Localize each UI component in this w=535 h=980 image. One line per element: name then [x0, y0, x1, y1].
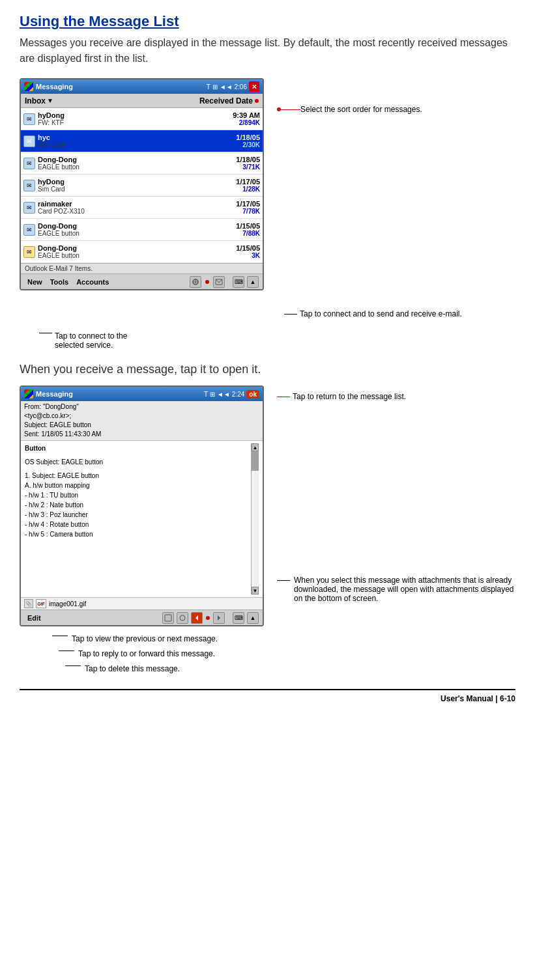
msg-subject-text: Card POZ-X310 — [38, 208, 85, 215]
page-footer: User's Manual | 6-10 — [20, 689, 515, 703]
volume-icon: ◄◄ — [220, 83, 233, 91]
device1-time: 2:06 — [235, 83, 247, 91]
email-body-line: - h/w 1 : TU button — [25, 490, 251, 500]
email-body-line: Button — [25, 443, 251, 453]
table-row[interactable]: ✉ rainmaker 1/17/05 Card POZ-X310 7/78K — [21, 197, 263, 219]
msg-icon: ✉ — [23, 246, 35, 258]
nav-right-icon[interactable] — [213, 612, 225, 624]
email-body-line: - h/w 3 : Poz launcher — [25, 510, 251, 520]
msg-sender-name: Dong-Dong — [38, 244, 77, 252]
msg-icon: ✉ — [23, 180, 35, 191]
scroll-up-button[interactable]: ▲ — [252, 443, 259, 451]
msg-size: 3/71K — [242, 163, 260, 171]
connect-icon[interactable] — [190, 276, 201, 288]
network-icon2: ⊞ — [210, 391, 215, 398]
msg-icon: ✉ — [23, 135, 35, 147]
new-button[interactable]: New — [25, 277, 45, 287]
intro-text: Messages you receive are displayed in th… — [20, 35, 515, 66]
ok-button[interactable]: ok — [246, 390, 259, 399]
svg-rect-4 — [165, 615, 171, 621]
tools-button[interactable]: Tools — [48, 277, 72, 287]
scroll-icon[interactable]: ▲ — [247, 276, 259, 288]
msg-subject-text: EAGLE button — [38, 230, 80, 237]
message-list: ✉ hyDong 9:39 AM FW: KTF 2/894K ✉ h — [21, 108, 263, 263]
msg-subject-text: Sim Card — [38, 141, 65, 148]
bottom-annotations-device2: Tap to view the previous or next message… — [20, 633, 515, 676]
connect-send-annotation: Tap to connect and to send and receive e… — [284, 309, 462, 318]
device1-titlebar: Messaging T ⊞ ◄◄ 2:06 ✕ — [21, 79, 263, 94]
email-body-line: - h/w 5 : Camera button — [25, 529, 251, 539]
msg-icon: ✉ — [23, 224, 35, 236]
msg-date: 1/17/05 — [236, 200, 260, 208]
signal-icon2: T — [204, 391, 208, 398]
msg-sender-name: Dong-Dong — [38, 222, 77, 230]
msg-sender-name: hyc — [38, 133, 50, 141]
msg-date: 9:39 AM — [233, 111, 260, 119]
volume-icon2: ◄◄ — [217, 391, 230, 398]
return-list-annotation: Tap to return to the message list. — [293, 392, 406, 401]
svg-point-5 — [180, 615, 185, 621]
device2-annotations: Tap to return to the message list. When … — [277, 385, 515, 603]
keyboard-icon[interactable]: ⌨ — [233, 276, 244, 288]
table-row[interactable]: ✉ hyDong 9:39 AM FW: KTF 2/894K — [21, 108, 263, 130]
device2-frame: Messaging T ⊞ ◄◄ 2:24 ok From: "DongDong… — [20, 385, 264, 626]
nav-left-icon[interactable] — [191, 612, 203, 624]
reply-forward-annotation: Tap to reply to or forward this message. — [78, 648, 215, 660]
svg-marker-6 — [195, 615, 198, 621]
delete-annotation: Tap to delete this message. — [85, 663, 180, 675]
inbox-dropdown-icon[interactable]: ▼ — [47, 97, 53, 104]
msg-sender-name: hyDong — [38, 178, 65, 186]
table-row[interactable]: ✉ Dong-Dong 1/18/05 EAGLE button 3/71K — [21, 152, 263, 175]
msg-date: 1/17/05 — [236, 178, 260, 186]
device1-app-name: Messaging — [36, 83, 73, 91]
msg-date: 1/18/05 — [236, 156, 260, 163]
email-body-line: 1. Subject: EAGLE button — [25, 471, 251, 481]
toolbar-icon1[interactable] — [162, 612, 174, 624]
attachments-annotation: When you select this message with attach… — [277, 576, 515, 603]
connect-dot — [205, 280, 209, 284]
close-icon[interactable]: ✕ — [249, 81, 259, 92]
scroll-icon2[interactable]: ▲ — [247, 612, 259, 624]
page-title: Using the Message List — [20, 13, 515, 30]
toolbar-icon2[interactable] — [177, 612, 188, 624]
msg-size: 3K — [252, 252, 260, 259]
scroll-down-button[interactable]: ▼ — [252, 587, 259, 595]
msg-size: 1/28K — [242, 186, 260, 193]
email-body-line: - h/w 2 : Nate button — [25, 500, 251, 510]
device2-app-name: Messaging — [36, 390, 73, 398]
device1-frame: Messaging T ⊞ ◄◄ 2:06 ✕ Inbox ▼ Received… — [20, 78, 264, 290]
device2-toolbar: Edit ⌨ ▲ — [21, 609, 263, 625]
device2-titlebar: Messaging T ⊞ ◄◄ 2:24 ok — [21, 387, 263, 401]
windows-logo-icon2 — [24, 389, 33, 399]
msg-icon: ✉ — [23, 113, 35, 125]
msg-date: 1/15/05 — [236, 244, 260, 252]
sort-indicator-dot — [255, 99, 259, 103]
device1-toolbar: New Tools Accounts ⌨ ▲ — [21, 273, 263, 289]
table-row[interactable]: ✉ Dong-Dong 1/15/05 EAGLE button 7/88K — [21, 219, 263, 241]
attachment-filename[interactable]: image001.gif — [49, 600, 86, 608]
table-row[interactable]: ✉ hyc 1/18/05 Sim Card 2/30K — [21, 130, 263, 152]
email-body-line: A. h/w button mapping — [25, 481, 251, 490]
msg-date: 1/18/05 — [236, 133, 260, 141]
keyboard-icon2[interactable]: ⌨ — [233, 612, 244, 624]
prev-next-annotation: Tap to view the previous or next message… — [72, 633, 218, 645]
accounts-button[interactable]: Accounts — [74, 277, 111, 287]
device2-time: 2:24 — [232, 391, 244, 398]
email-content: Button OS Subject: EAGLE button 1. Subje… — [21, 441, 263, 597]
table-row[interactable]: ✉ Dong-Dong 1/15/05 EAGLE button 3K — [21, 241, 263, 263]
paperclip-icon: 📎 — [24, 599, 33, 608]
table-row[interactable]: ✉ hyDong 1/17/05 Sim Card 1/28K — [21, 175, 263, 197]
msg-size: 7/88K — [242, 230, 260, 237]
send-receive-icon[interactable] — [213, 276, 225, 288]
msg-subject-text: EAGLE button — [38, 252, 80, 259]
connect-service-annotation: Tap to connect to the selected service. — [39, 331, 515, 350]
windows-logo-icon — [24, 82, 33, 91]
mid-section-text: When you receive a message, tap it to op… — [20, 363, 515, 376]
msg-subject-text: FW: KTF — [38, 119, 64, 126]
sort-label[interactable]: Received Date — [199, 96, 253, 105]
inbox-label[interactable]: Inbox — [25, 96, 46, 105]
device1-annotations: Select the sort order for messages. Tap … — [277, 78, 515, 318]
edit-button[interactable]: Edit — [25, 613, 44, 623]
msg-date: 1/15/05 — [236, 222, 260, 230]
svg-marker-7 — [218, 615, 220, 621]
